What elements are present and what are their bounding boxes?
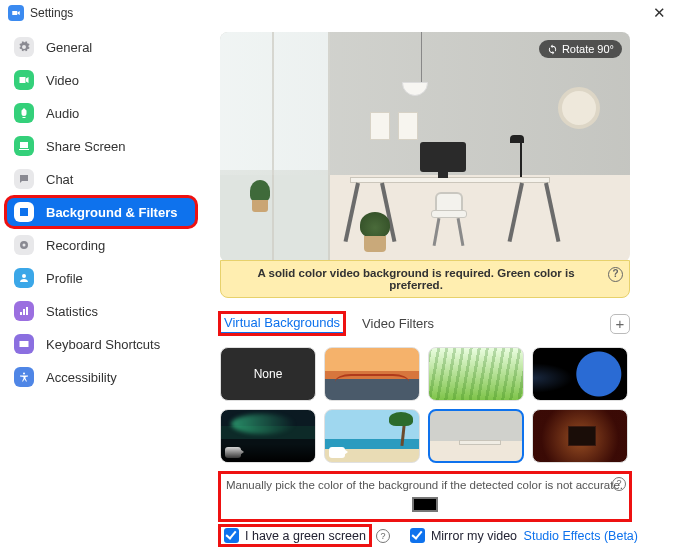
app-icon	[8, 5, 24, 21]
sidebar-item-label: Share Screen	[46, 139, 126, 154]
mirror-checkbox[interactable]	[410, 528, 425, 543]
sidebar-item-background-filters[interactable]: Background & Filters	[6, 197, 196, 227]
background-icon	[14, 202, 34, 222]
title-bar: Settings ✕	[0, 0, 680, 26]
sidebar-item-label: Audio	[46, 106, 79, 121]
thumb-grass[interactable]	[428, 347, 524, 401]
sidebar-item-audio[interactable]: Audio	[6, 98, 196, 128]
sidebar-item-recording[interactable]: Recording	[6, 230, 196, 260]
rotate-button[interactable]: Rotate 90°	[539, 40, 622, 58]
video-preview: Rotate 90°	[220, 32, 630, 262]
sidebar-item-label: Accessibility	[46, 370, 117, 385]
manual-color-text: Manually pick the color of the backgroun…	[226, 479, 623, 491]
sidebar-item-label: Background & Filters	[46, 205, 177, 220]
notice-text: A solid color video background is requir…	[257, 267, 574, 291]
green-screen-checkbox[interactable]	[224, 528, 239, 543]
sidebar-item-label: Video	[46, 73, 79, 88]
sidebar-item-label: General	[46, 40, 92, 55]
sidebar-item-statistics[interactable]: Statistics	[6, 296, 196, 326]
close-button[interactable]: ✕	[647, 2, 672, 24]
help-icon[interactable]: ?	[612, 477, 626, 491]
window-title: Settings	[30, 6, 73, 20]
chat-icon	[14, 169, 34, 189]
studio-effects-link[interactable]: Studio Effects (Beta)	[524, 529, 638, 543]
record-icon	[14, 235, 34, 255]
sidebar: GeneralVideoAudioShare ScreenChatBackgro…	[0, 26, 202, 560]
tab-virtual-backgrounds[interactable]: Virtual Backgrounds	[220, 313, 344, 334]
sidebar-item-keyboard-shortcuts[interactable]: Keyboard Shortcuts	[6, 329, 196, 359]
keyboard-icon	[14, 334, 34, 354]
sidebar-item-label: Profile	[46, 271, 83, 286]
sidebar-item-label: Statistics	[46, 304, 98, 319]
mirror-label: Mirror my video	[431, 529, 517, 543]
sidebar-item-general[interactable]: General	[6, 32, 196, 62]
background-thumbnails: None	[220, 347, 638, 463]
gear-icon	[14, 37, 34, 57]
content-pane: Rotate 90° A solid color video backgroun…	[202, 26, 680, 560]
sidebar-item-profile[interactable]: Profile	[6, 263, 196, 293]
color-swatch[interactable]	[412, 497, 438, 512]
help-icon[interactable]: ?	[376, 529, 390, 543]
accessibility-icon	[14, 367, 34, 387]
green-screen-label: I have a green screen	[245, 529, 366, 543]
audio-icon	[14, 103, 34, 123]
green-screen-option: I have a green screen	[220, 526, 370, 545]
sidebar-item-label: Keyboard Shortcuts	[46, 337, 160, 352]
thumb-earth[interactable]	[532, 347, 628, 401]
stats-icon	[14, 301, 34, 321]
rotate-label: Rotate 90°	[562, 43, 614, 55]
video-badge-icon	[225, 447, 241, 458]
add-background-button[interactable]: +	[610, 314, 630, 334]
tab-video-filters[interactable]: Video Filters	[360, 312, 436, 335]
thumb-redroom[interactable]	[532, 409, 628, 463]
thumb-office[interactable]	[428, 409, 524, 463]
sidebar-item-chat[interactable]: Chat	[6, 164, 196, 194]
share-icon	[14, 136, 34, 156]
notice-bar: A solid color video background is requir…	[220, 260, 630, 298]
sidebar-item-label: Chat	[46, 172, 73, 187]
thumb-none[interactable]: None	[220, 347, 316, 401]
sidebar-item-share-screen[interactable]: Share Screen	[6, 131, 196, 161]
video-badge-icon	[329, 447, 345, 458]
manual-color-section: Manually pick the color of the backgroun…	[220, 473, 630, 520]
thumb-aurora[interactable]	[220, 409, 316, 463]
tabs-row: Virtual Backgrounds Video Filters +	[220, 312, 630, 335]
video-icon	[14, 70, 34, 90]
sidebar-item-video[interactable]: Video	[6, 65, 196, 95]
sidebar-item-label: Recording	[46, 238, 105, 253]
profile-icon	[14, 268, 34, 288]
options-row: I have a green screen ? Mirror my video …	[220, 526, 638, 545]
thumb-beach[interactable]	[324, 409, 420, 463]
sidebar-item-accessibility[interactable]: Accessibility	[6, 362, 196, 392]
info-icon[interactable]: ?	[608, 267, 623, 282]
thumb-bridge[interactable]	[324, 347, 420, 401]
